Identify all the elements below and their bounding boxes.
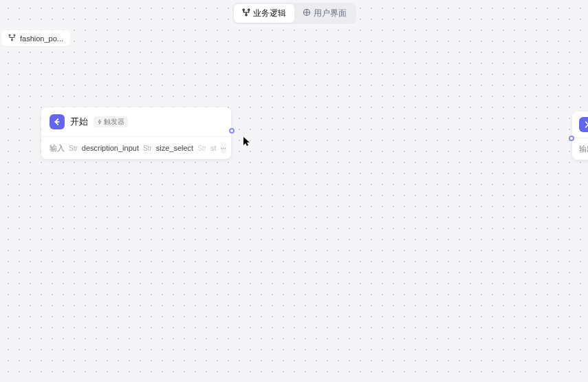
input-label: 输入 (50, 143, 65, 153)
start-node-icon (50, 114, 65, 129)
project-chip[interactable]: fashion_po... (1, 30, 70, 46)
layout-icon (303, 8, 311, 19)
trigger-badge-label: 触发器 (104, 117, 124, 127)
param-type: Str (197, 145, 206, 152)
param-name: size_select (156, 144, 193, 152)
tab-user-interface[interactable]: 用户界面 (294, 4, 355, 23)
view-tabs: 业务逻辑 用户界面 (232, 3, 356, 24)
trigger-badge: 触发器 (94, 116, 128, 127)
param-type: Str (143, 145, 152, 152)
input-port[interactable] (569, 136, 574, 141)
start-node[interactable]: 开始 触发器 输入 Str description_input Str size… (41, 107, 231, 159)
svg-point-0 (243, 9, 244, 10)
node-header (572, 112, 588, 138)
cursor-icon (243, 137, 250, 147)
node-body: 输出 (572, 138, 588, 160)
svg-point-1 (248, 9, 249, 10)
node-body: 输入 Str description_input Str size_select… (41, 137, 231, 159)
node-title: 开始 (70, 116, 88, 128)
output-label: 输出 (579, 144, 588, 154)
flow-icon (242, 8, 250, 19)
end-node[interactable]: 输出 (572, 112, 588, 160)
more-button[interactable]: ··· (221, 142, 226, 153)
svg-point-6 (11, 39, 12, 41)
node-header: 开始 触发器 (41, 107, 231, 137)
param-name: st (210, 144, 217, 152)
svg-point-5 (14, 34, 15, 36)
svg-point-4 (9, 34, 10, 36)
tab-logic-label: 业务逻辑 (253, 8, 286, 19)
svg-point-2 (245, 14, 246, 16)
end-node-icon (579, 117, 588, 132)
project-name: fashion_po... (20, 34, 63, 43)
tab-business-logic[interactable]: 业务逻辑 (234, 4, 294, 23)
param-type: Str (69, 145, 78, 152)
canvas-background[interactable] (0, 0, 588, 382)
tab-ui-label: 用户界面 (314, 8, 347, 19)
output-port[interactable] (229, 128, 235, 134)
flow-icon (8, 34, 16, 43)
param-name: description_input (82, 144, 139, 152)
